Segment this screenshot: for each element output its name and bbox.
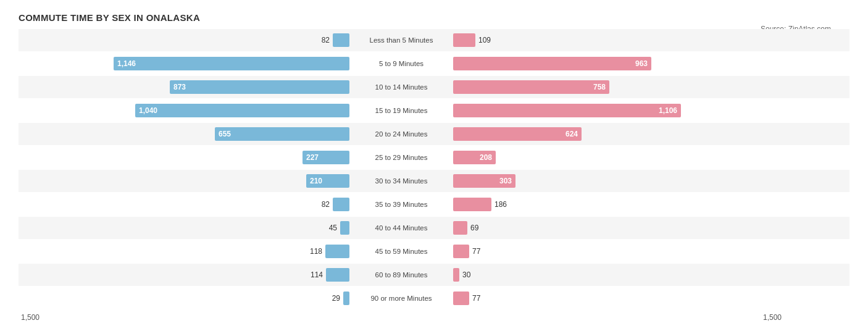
bar-row: 11845 to 59 Minutes77 [19,240,849,262]
female-bar: 963 [453,57,651,70]
time-range-label: 45 to 59 Minutes [352,248,451,255]
axis-right-label: 1,500 [451,313,784,322]
female-bar: 1,106 [453,104,681,117]
male-value-inside: 655 [215,130,231,138]
left-section: 29 [19,292,352,305]
female-bar [453,221,467,235]
male-value-inside: 210 [306,177,322,185]
axis-left-label: 1,500 [19,313,352,322]
female-value: 186 [495,200,516,209]
left-section: 655 [19,127,352,141]
left-section: 82 [19,33,352,47]
time-range-label: 30 to 34 Minutes [352,177,451,185]
right-section: 624 [451,127,784,141]
right-section: 69 [451,221,784,235]
male-value: 114 [301,271,323,279]
bar-row: 4540 to 44 Minutes69 [19,217,849,239]
time-range-label: 25 to 29 Minutes [352,154,451,161]
right-section: 186 [451,198,784,211]
female-bar [453,198,491,211]
left-section: 82 [19,198,352,211]
time-range-label: 60 to 89 Minutes [352,271,451,279]
bar-row: 11460 to 89 Minutes30 [19,264,849,286]
right-section: 109 [451,33,784,47]
left-section: 873 [19,80,352,94]
female-value-inside: 208 [480,153,496,162]
bar-row: 8235 to 39 Minutes186 [19,193,849,216]
right-section: 77 [451,292,784,305]
time-range-label: 20 to 24 Minutes [352,130,451,138]
time-range-label: 40 to 44 Minutes [352,224,451,232]
left-section: 1,146 [19,57,352,70]
female-bar: 303 [453,174,515,188]
left-section: 118 [19,245,352,258]
female-value-inside: 303 [499,177,515,185]
female-value: 109 [478,36,500,44]
left-section: 1,040 [19,104,352,117]
female-value-inside: 624 [565,130,582,138]
female-bar: 208 [453,151,496,164]
bar-row: 1,1465 to 9 Minutes963 [19,52,849,75]
left-section: 45 [19,221,352,235]
chart-title: COMMUTE TIME BY SEX IN ONALASKA [19,12,849,23]
left-section: 114 [19,268,352,282]
time-range-label: 15 to 19 Minutes [352,107,451,114]
female-bar [453,292,469,305]
bar-row: 65520 to 24 Minutes624 [19,123,849,145]
male-bar [333,198,349,211]
female-value-inside: 758 [593,83,609,91]
right-section: 758 [451,80,784,94]
male-bar: 655 [215,127,349,141]
bar-row: 87310 to 14 Minutes758 [19,76,849,98]
right-section: 30 [451,268,784,282]
right-section: 208 [451,151,784,164]
female-value-inside: 1,106 [659,106,681,115]
male-value-inside: 1,040 [135,106,157,115]
male-value: 45 [315,224,337,232]
female-value: 30 [462,271,484,279]
male-value: 82 [308,36,330,44]
chart-container: 82Less than 5 Minutes1091,1465 to 9 Minu… [19,29,849,323]
female-value: 77 [472,247,494,256]
right-section: 1,106 [451,104,784,117]
bar-row: 82Less than 5 Minutes109 [19,29,849,51]
left-section: 227 [19,151,352,164]
male-bar [326,268,349,282]
male-value: 82 [308,200,330,209]
time-range-label: 10 to 14 Minutes [352,83,451,91]
right-section: 303 [451,174,784,188]
bar-row: 2990 or more Minutes77 [19,287,849,309]
time-range-label: Less than 5 Minutes [352,36,451,44]
male-bar [343,292,349,305]
female-bar [453,245,469,258]
male-value-inside: 1,146 [114,59,136,68]
right-section: 963 [451,57,784,70]
right-section: 77 [451,245,784,258]
male-bar: 1,040 [135,104,349,117]
time-range-label: 90 or more Minutes [352,295,451,302]
male-value-inside: 227 [303,153,319,162]
female-value: 77 [472,294,494,303]
male-bar: 227 [303,151,349,164]
bar-row: 22725 to 29 Minutes208 [19,146,849,169]
male-bar: 1,146 [114,57,349,70]
male-bar: 210 [306,174,349,188]
time-range-label: 5 to 9 Minutes [352,60,451,67]
axis-row: 1,500 1,500 [19,313,849,322]
female-value: 69 [470,224,492,232]
time-range-label: 35 to 39 Minutes [352,201,451,208]
male-bar [333,33,349,47]
female-value-inside: 963 [635,59,651,68]
male-bar [325,245,349,258]
male-bar: 873 [170,80,349,94]
female-bar [453,268,459,282]
male-value: 118 [301,247,322,256]
male-value: 29 [319,294,340,303]
female-bar [453,33,475,47]
bar-row: 1,04015 to 19 Minutes1,106 [19,99,849,122]
left-section: 210 [19,174,352,188]
bar-row: 21030 to 34 Minutes303 [19,170,849,192]
female-bar: 624 [453,127,582,141]
male-bar [340,221,349,235]
male-value-inside: 873 [170,83,186,91]
